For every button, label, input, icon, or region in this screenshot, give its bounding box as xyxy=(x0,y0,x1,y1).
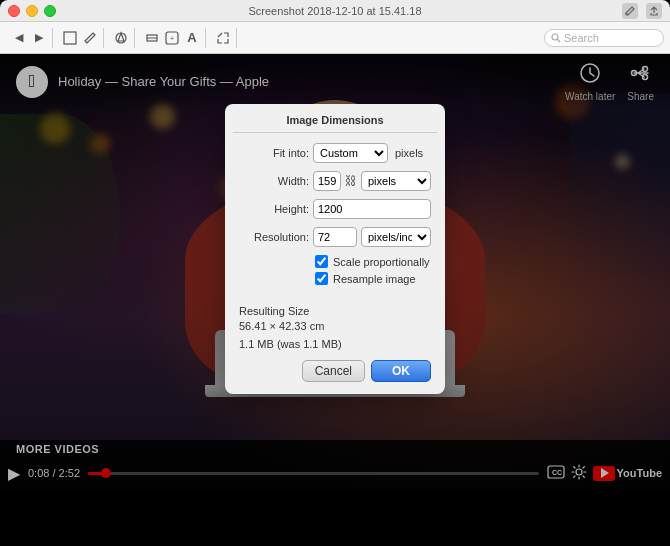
maximize-button[interactable] xyxy=(44,5,56,17)
scale-proportionally-label[interactable]: Scale proportionally xyxy=(333,256,430,268)
scale-checkbox-row: Scale proportionally xyxy=(239,255,431,268)
traffic-lights xyxy=(8,5,56,17)
text-icon[interactable]: A xyxy=(183,29,201,47)
resulting-size-section: Resulting Size 56.41 × 42.33 cm 1.1 MB (… xyxy=(225,299,445,350)
fit-into-unit: pixels xyxy=(395,147,423,159)
title-edit-icon[interactable] xyxy=(622,3,638,19)
tools-group-3: + A xyxy=(139,28,206,48)
resolution-row: Resolution: pixels/inch pixels/cm xyxy=(239,227,431,247)
fit-into-select[interactable]: Custom Screen xyxy=(313,143,388,163)
dialog-body: Fit into: Custom Screen pixels Width: ⛓ xyxy=(225,133,445,299)
resample-checkbox[interactable] xyxy=(315,272,328,285)
fit-into-row: Fit into: Custom Screen pixels xyxy=(239,143,431,163)
resample-checkbox-row: Resample image xyxy=(239,272,431,285)
fit-into-label: Fit into: xyxy=(239,147,309,159)
width-label: Width: xyxy=(239,175,309,187)
tools-group-2 xyxy=(108,28,135,48)
title-share-icon[interactable] xyxy=(646,3,662,19)
dialog-title: Image Dimensions xyxy=(225,104,445,132)
nav-back-icon[interactable]: ◀ xyxy=(10,29,28,47)
height-row: Height: xyxy=(239,199,431,219)
image-dimensions-dialog: Image Dimensions Fit into: Custom Screen… xyxy=(225,104,445,394)
select-icon[interactable] xyxy=(61,29,79,47)
resolution-input[interactable] xyxy=(313,227,357,247)
minimize-button[interactable] xyxy=(26,5,38,17)
svg-line-9 xyxy=(557,39,560,42)
pen-icon[interactable] xyxy=(81,29,99,47)
width-input[interactable] xyxy=(313,171,341,191)
svg-text:+: + xyxy=(170,35,174,42)
dialog-footer: Cancel OK xyxy=(225,350,445,394)
height-label: Height: xyxy=(239,203,309,215)
title-bar-controls xyxy=(622,3,662,19)
nav-group: ◀ ▶ xyxy=(6,28,53,48)
resolution-units-select[interactable]: pixels/inch pixels/cm xyxy=(361,227,431,247)
toolbar: ◀ ▶ + A xyxy=(0,22,670,54)
chain-icon: ⛓ xyxy=(345,174,357,188)
title-bar: Screenshot 2018-12-10 at 15.41.18 xyxy=(0,0,670,22)
height-input[interactable] xyxy=(313,199,431,219)
svg-rect-2 xyxy=(64,32,76,44)
window: Screenshot 2018-12-10 at 15.41.18 ◀ ▶ xyxy=(0,0,670,546)
adjust-icon[interactable]: + xyxy=(163,29,181,47)
cancel-button[interactable]: Cancel xyxy=(302,360,365,382)
scale-proportionally-checkbox[interactable] xyxy=(315,255,328,268)
nav-forward-icon[interactable]: ▶ xyxy=(30,29,48,47)
resample-label[interactable]: Resample image xyxy=(333,273,416,285)
tools-group-4 xyxy=(210,28,237,48)
video-area: ■OCA  Supreme  Holiday — Share Your Gi… xyxy=(0,54,670,490)
search-placeholder: Search xyxy=(564,32,599,44)
close-button[interactable] xyxy=(8,5,20,17)
resulting-dimensions: 56.41 × 42.33 cm xyxy=(239,317,431,332)
width-row: Width: ⛓ pixels cm inches xyxy=(239,171,431,191)
resulting-file-size: 1.1 MB (was 1.1 MB) xyxy=(239,332,431,350)
resulting-size-title: Resulting Size xyxy=(239,305,431,317)
shapes-icon[interactable] xyxy=(112,29,130,47)
search-bar[interactable]: Search xyxy=(544,29,664,47)
transform-icon[interactable] xyxy=(214,29,232,47)
border-icon[interactable] xyxy=(143,29,161,47)
resolution-label: Resolution: xyxy=(239,231,309,243)
width-units-select[interactable]: pixels cm inches xyxy=(361,171,431,191)
tools-group-1 xyxy=(57,28,104,48)
modal-overlay: Image Dimensions Fit into: Custom Screen… xyxy=(0,54,670,490)
ok-button[interactable]: OK xyxy=(371,360,431,382)
window-title: Screenshot 2018-12-10 at 15.41.18 xyxy=(248,5,421,17)
